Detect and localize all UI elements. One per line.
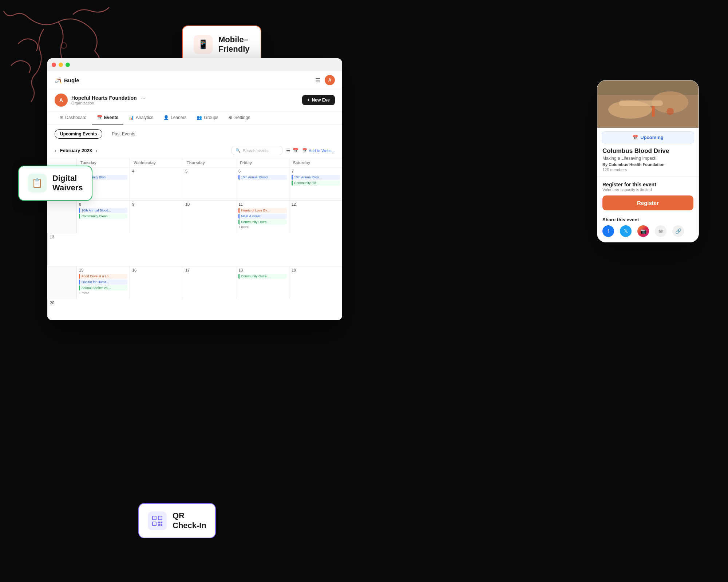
cell-feb-9[interactable]: 9 <box>130 201 183 233</box>
new-event-button[interactable]: + New Eve <box>302 95 335 105</box>
search-events-input[interactable]: 🔍 Search events <box>232 146 282 155</box>
more-events-link-2[interactable]: 1 more <box>79 291 127 295</box>
event-chip[interactable]: Meet & Greet <box>238 214 287 219</box>
event-chip[interactable]: Habitat for Huma... <box>79 280 127 285</box>
groups-icon: 👥 <box>197 115 202 120</box>
cell-feb-19[interactable]: 19 <box>289 266 342 299</box>
app-header: 🪃 Bugle ☰ A <box>47 71 342 89</box>
cell-feb-11[interactable]: 11 Hearts of Love Ev... Meet & Greet Com… <box>236 201 289 233</box>
org-avatar: A <box>55 94 68 107</box>
register-button[interactable]: Register <box>602 195 693 210</box>
digital-waivers-icon: 📋 <box>28 174 47 193</box>
cell-feb-15[interactable]: 15 Food Drive at a Lo... Habitat for Hum… <box>76 266 130 299</box>
svg-rect-13 <box>159 516 162 519</box>
event-chip[interactable]: 10th Annual Bloo... <box>292 175 340 180</box>
event-chip[interactable]: Community Outre... <box>238 219 287 225</box>
event-chip[interactable]: Animal Shelter Vol... <box>79 285 127 290</box>
calendar-icon: 📅 <box>632 135 638 140</box>
past-events-filter[interactable]: Past Events <box>107 130 140 138</box>
cell-feb-4[interactable]: 4 <box>130 167 183 200</box>
month-nav: ‹ February 2023 › <box>55 148 98 154</box>
list-view-btn[interactable]: ☰ <box>286 148 290 153</box>
add-to-website-btn[interactable]: 📅 Add to Webs... <box>302 148 335 153</box>
link-share-btn[interactable]: 🔗 <box>672 225 684 237</box>
app-name: Bugle <box>64 77 79 83</box>
svg-rect-7 <box>652 106 655 117</box>
calendar-week-2: 8 10th Annual Blood... Community Clean..… <box>47 201 342 266</box>
tab-dashboard[interactable]: ⊞ Dashboard <box>55 111 92 124</box>
tab-groups[interactable]: 👥 Groups <box>191 111 223 124</box>
cell-feb-8[interactable]: 8 10th Annual Blood... Community Clean..… <box>76 201 130 233</box>
more-events-link[interactable]: 1 more <box>238 225 287 229</box>
tab-settings[interactable]: ⚙ Settings <box>223 111 255 124</box>
date-19: 19 <box>292 268 340 272</box>
header-right: ☰ A <box>315 75 335 85</box>
menu-icon[interactable]: ☰ <box>315 77 320 84</box>
svg-rect-14 <box>153 522 156 525</box>
instagram-share-btn[interactable]: 📷 <box>637 225 649 237</box>
cell-feb-5[interactable]: 5 <box>183 167 236 200</box>
week-label-cell-2 <box>47 201 76 233</box>
svg-rect-18 <box>161 524 162 526</box>
hero-illustration <box>597 80 699 128</box>
event-chip[interactable]: Community Clean... <box>79 214 127 219</box>
date-8: 8 <box>79 202 127 206</box>
share-icons: f 𝕏 📷 ✉ 🔗 <box>602 225 693 237</box>
cell-feb-10[interactable]: 10 <box>183 201 236 233</box>
event-chip[interactable]: Hearts of Love Ev... <box>238 208 287 213</box>
tab-dashboard-label: Dashboard <box>65 115 87 120</box>
close-dot[interactable] <box>52 63 56 67</box>
cell-feb-7[interactable]: 7 10th Annual Bloo... Community Cle... <box>289 167 342 200</box>
day-header-fri: Friday <box>236 158 289 167</box>
maximize-dot[interactable] <box>66 63 70 67</box>
upcoming-badge: 📅 Upcoming <box>602 131 694 143</box>
event-chip[interactable]: Community Cle... <box>292 181 340 186</box>
cell-feb-6[interactable]: 6 10th Annual Blood... <box>236 167 289 200</box>
tab-leaders[interactable]: 👤 Leaders <box>158 111 191 124</box>
cell-feb-13[interactable]: 13 <box>47 233 76 266</box>
minimize-dot[interactable] <box>59 63 63 67</box>
event-chip[interactable]: 10th Annual Blood... <box>238 175 287 180</box>
calendar-view-btn[interactable]: 📅 <box>293 148 298 153</box>
cell-feb-18[interactable]: 18 Community Outre... <box>236 266 289 299</box>
mobile-friendly-label: Mobile– Friendly <box>218 35 250 54</box>
org-details: Hopeful Hearts Foundation ··· Organizati… <box>71 95 145 105</box>
cell-feb-16[interactable]: 16 <box>130 266 183 299</box>
date-9: 9 <box>132 202 181 206</box>
date-16: 16 <box>132 268 181 272</box>
tab-groups-label: Groups <box>204 115 218 120</box>
by-prefix: By <box>602 162 609 167</box>
search-placeholder: Search events <box>243 149 268 153</box>
prev-month-button[interactable]: ‹ <box>55 148 56 154</box>
add-icon: 📅 <box>302 148 307 153</box>
event-chip[interactable]: Community Outre... <box>238 274 287 279</box>
phone-event-by: By Columbus Health Foundation <box>597 161 699 167</box>
event-chip[interactable]: Food Drive at a Lo... <box>79 274 127 279</box>
user-avatar[interactable]: A <box>325 75 335 85</box>
next-month-button[interactable]: › <box>96 148 98 154</box>
event-chip[interactable]: 10th Annual Blood... <box>79 208 127 213</box>
tab-events[interactable]: 📅 Events <box>92 111 123 124</box>
cell-feb-12[interactable]: 12 <box>289 201 342 233</box>
leaders-icon: 👤 <box>163 115 169 120</box>
cell-feb-17[interactable]: 17 <box>183 266 236 299</box>
facebook-share-btn[interactable]: f <box>602 225 614 237</box>
twitter-share-btn[interactable]: 𝕏 <box>620 225 632 237</box>
svg-rect-16 <box>161 522 162 523</box>
upcoming-events-filter[interactable]: Upcoming Events <box>55 129 102 139</box>
digital-waivers-card: 📋 Digital Waivers <box>18 166 92 201</box>
analytics-icon: 📊 <box>128 115 134 120</box>
date-5: 5 <box>185 169 234 173</box>
email-share-btn[interactable]: ✉ <box>655 225 666 237</box>
app-logo: 🪃 Bugle <box>55 77 79 84</box>
date-10: 10 <box>185 202 234 206</box>
tab-analytics[interactable]: 📊 Analytics <box>123 111 158 124</box>
phone-hero-image <box>597 80 699 128</box>
share-title: Share this event <box>602 217 693 222</box>
date-4: 4 <box>132 169 181 173</box>
org-more-btn[interactable]: ··· <box>141 95 146 101</box>
phone-event-subtitle: Making a Lifesaving Impact! <box>597 155 699 161</box>
cell-feb-20[interactable]: 20 <box>47 299 76 320</box>
qr-checkin-icon <box>148 511 167 530</box>
digital-waivers-label: Digital Waivers <box>52 174 83 193</box>
